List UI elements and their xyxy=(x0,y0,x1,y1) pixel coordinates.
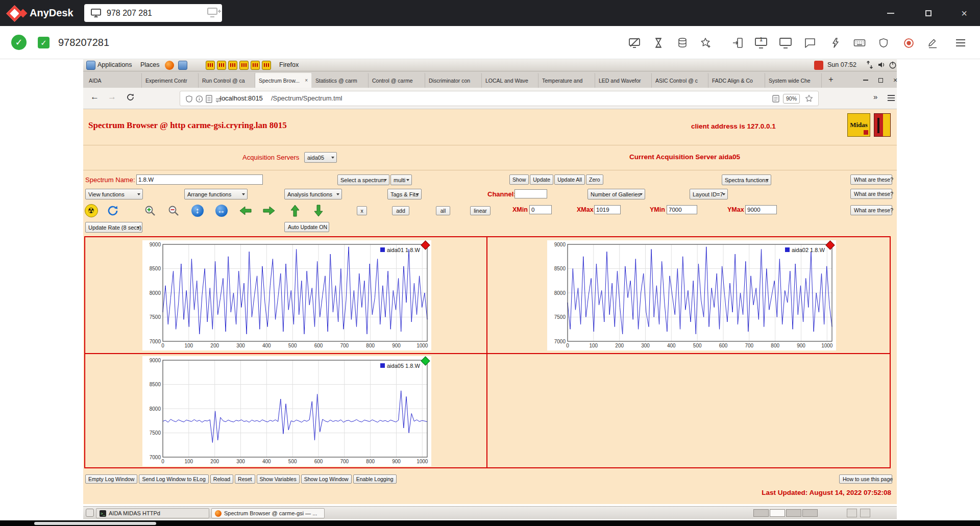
bookmark-star-icon[interactable] xyxy=(805,94,813,105)
layout-id-select[interactable]: Layout ID=7 xyxy=(690,189,728,199)
url-bar[interactable]: localhost:8015 /Spectrum/Spectrum.tml 90… xyxy=(180,91,819,106)
zero-button[interactable]: Zero xyxy=(586,174,603,185)
firefox-close-button[interactable]: × xyxy=(890,76,901,84)
browser-tab[interactable]: AIDA xyxy=(85,73,142,88)
taskbar-item-firefox[interactable]: Spectrum Browser @ carme-gsi — ... xyxy=(211,508,325,518)
browser-tab[interactable]: ASIC Control @ c xyxy=(652,73,708,88)
network-tray-icon[interactable] xyxy=(866,61,873,70)
send-log-elog-button[interactable]: Send Log Window to ELog xyxy=(139,474,208,484)
institute-logo[interactable] xyxy=(874,113,891,137)
show-button[interactable]: Show xyxy=(509,174,529,185)
empty-log-button[interactable]: Empty Log Window xyxy=(85,474,137,484)
xmin-input[interactable] xyxy=(529,205,552,214)
reload-button[interactable] xyxy=(126,93,135,104)
keyboard-button[interactable] xyxy=(852,35,867,51)
site-info-icon[interactable] xyxy=(195,95,203,105)
scroll-right-button[interactable] xyxy=(262,204,276,217)
acquisition-server-select[interactable]: aida05 xyxy=(304,152,337,163)
monitor-2-tab[interactable] xyxy=(778,35,793,51)
notification-tray-icon[interactable] xyxy=(814,61,823,70)
session-time-button[interactable] xyxy=(651,35,666,51)
show-log-window-button[interactable]: Show Log Window xyxy=(301,474,352,484)
applications-menu[interactable]: Applications xyxy=(97,61,132,68)
workspace-2[interactable] xyxy=(770,509,785,517)
ymax-input[interactable] xyxy=(745,205,777,214)
select-spectrum-select[interactable]: Select a spectrum xyxy=(337,174,389,185)
horizontal-scrollbar-thumb[interactable] xyxy=(34,522,156,525)
monitor-1-tab[interactable]: 1 xyxy=(753,35,769,51)
workspace-3[interactable] xyxy=(786,509,801,517)
window-close-button[interactable]: × xyxy=(953,0,975,26)
expand-vertical-button[interactable]: ↕ xyxy=(190,204,204,217)
update-rate-select[interactable]: Update Rate (8 secs) xyxy=(85,222,142,233)
record-session-button[interactable] xyxy=(901,35,916,51)
scroll-down-button[interactable] xyxy=(311,204,325,217)
tags-fits-select[interactable]: Tags & Fits xyxy=(387,189,422,199)
midas-window-icon[interactable] xyxy=(262,61,271,70)
add-button[interactable]: add xyxy=(392,206,409,215)
browser-tab[interactable]: Spectrum Brow...× xyxy=(255,73,312,88)
reader-mode-icon[interactable] xyxy=(772,95,779,105)
browser-tab[interactable]: Control @ carme xyxy=(369,73,425,88)
actions-button[interactable] xyxy=(828,35,843,51)
zoom-level-badge[interactable]: 90% xyxy=(783,94,800,104)
browser-tab[interactable]: Run Control @ ca xyxy=(199,73,255,88)
places-menu[interactable]: Places xyxy=(140,61,160,68)
show-variables-button[interactable]: Show Variables xyxy=(257,474,300,484)
firefox-launcher-icon[interactable] xyxy=(165,61,174,70)
ymin-input[interactable] xyxy=(667,205,697,214)
tracking-shield-icon[interactable] xyxy=(185,95,193,105)
what-are-these-button[interactable]: What are these? xyxy=(850,205,892,215)
midas-window-icon[interactable] xyxy=(217,61,226,70)
spectrum-chart-aida05[interactable]: 7000750080008500900001002003004005006007… xyxy=(142,356,431,466)
app-menu-button[interactable] xyxy=(887,94,895,104)
browser-tab[interactable]: System wide Che xyxy=(765,73,822,88)
workspace-4[interactable] xyxy=(802,509,818,517)
new-tab-button[interactable]: + xyxy=(824,73,838,87)
radiation-button[interactable]: ☢ xyxy=(84,204,98,217)
window-list-icon[interactable] xyxy=(86,509,94,517)
expand-horizontal-button[interactable]: ↔ xyxy=(214,204,228,217)
xmax-input[interactable] xyxy=(594,205,621,214)
arrange-functions-select[interactable]: Arrange functions xyxy=(184,189,248,199)
midas-logo[interactable]: Midas xyxy=(847,113,870,137)
firefox-maximize-button[interactable] xyxy=(875,76,886,84)
zoom-out-button[interactable] xyxy=(166,204,180,217)
how-to-use-button[interactable]: How to use this page xyxy=(839,474,892,484)
tab-close-icon[interactable]: × xyxy=(305,78,308,83)
linear-button[interactable]: linear xyxy=(470,206,491,215)
what-are-these-button[interactable]: What are these? xyxy=(850,189,892,199)
overflow-menu-button[interactable]: » xyxy=(873,92,877,101)
refresh-button[interactable] xyxy=(106,204,119,217)
add-favorite-button[interactable] xyxy=(698,35,714,51)
spectrum-name-input[interactable] xyxy=(136,174,263,185)
analysis-functions-select[interactable]: Analysis functions xyxy=(284,189,342,199)
back-button[interactable]: ← xyxy=(90,92,99,102)
galleries-select[interactable]: Number of Galleries xyxy=(587,189,645,199)
switch-sides-button[interactable] xyxy=(730,35,745,51)
session-tab[interactable]: 978 207 281 xyxy=(84,4,222,22)
spectra-functions-select[interactable]: Spectra functions xyxy=(722,174,771,185)
reload-button[interactable]: Reload xyxy=(210,474,233,484)
browser-tab[interactable]: Experiment Contr xyxy=(142,73,199,88)
update-button[interactable]: Update xyxy=(530,174,553,185)
window-maximize-button[interactable] xyxy=(917,0,940,26)
scroll-up-button[interactable] xyxy=(288,204,302,217)
window-minimize-button[interactable] xyxy=(879,0,902,26)
midas-window-icon[interactable] xyxy=(251,61,260,70)
tray-applet[interactable] xyxy=(860,509,870,517)
view-functions-select[interactable]: View functions xyxy=(85,189,143,199)
editor-launcher-icon[interactable] xyxy=(178,61,187,70)
power-button[interactable] xyxy=(889,61,897,71)
tray-applet[interactable] xyxy=(847,509,857,517)
anydesk-menu-button[interactable] xyxy=(953,35,968,51)
all-button[interactable]: all xyxy=(436,206,450,215)
midas-window-icon[interactable] xyxy=(228,61,237,70)
taskbar-item-midas[interactable]: >_ AIDA MIDAS HTTPd xyxy=(96,508,209,518)
firefox-minimize-button[interactable] xyxy=(860,76,871,84)
privacy-mode-button[interactable] xyxy=(627,35,642,51)
spectrum-chart-aida02[interactable]: 7000750080008500900001002003004005006007… xyxy=(547,240,836,350)
reset-button[interactable]: Reset xyxy=(235,474,255,484)
enable-logging-button[interactable]: Enable Logging xyxy=(353,474,397,484)
browser-tab[interactable]: FADC Align & Co xyxy=(708,73,765,88)
